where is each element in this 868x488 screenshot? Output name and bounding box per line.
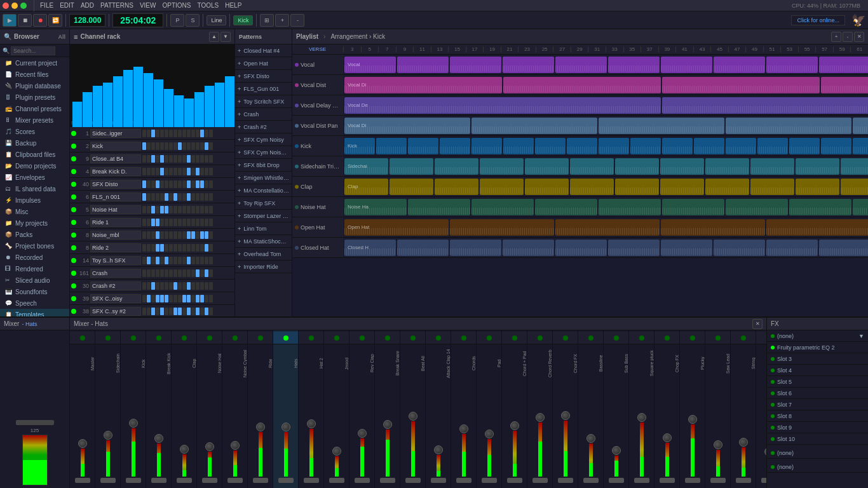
track-block[interactable]	[766, 57, 818, 73]
ch-pad[interactable]	[156, 231, 159, 239]
mixer-channel[interactable]: Chord + Pad	[502, 330, 527, 488]
mixer-ch-led[interactable]	[360, 336, 365, 341]
track-block[interactable]	[471, 118, 597, 134]
track-block[interactable]	[661, 57, 712, 73]
ch-pad[interactable]	[191, 142, 195, 150]
sidebar-item-clipboard-files[interactable]: 📋Clipboard files	[0, 149, 69, 160]
pattern-list-item[interactable]: + Linn Tom	[235, 222, 292, 235]
ch-pad[interactable]	[205, 219, 208, 226]
channel-row[interactable]: 8 Ride 2	[70, 241, 234, 254]
mixer-channel[interactable]: Break Snare	[375, 330, 400, 488]
sidebar-item-scores[interactable]: 🎵Scores	[0, 126, 69, 137]
ch-pad[interactable]	[187, 206, 191, 214]
mixer-ch-led[interactable]	[614, 336, 619, 341]
ch-pad[interactable]	[165, 257, 168, 264]
ch-pad[interactable]	[191, 193, 195, 201]
ch-pad[interactable]	[178, 142, 182, 150]
ch-pad[interactable]	[178, 180, 182, 188]
channel-row[interactable]: 30 Crash #2	[70, 280, 234, 292]
channel-row[interactable]: 1 Sidec..igger	[70, 127, 234, 140]
ch-pad[interactable]	[151, 206, 155, 214]
ch-pad[interactable]	[191, 257, 195, 264]
ch-pad[interactable]	[209, 180, 213, 188]
ch-pad[interactable]	[187, 219, 191, 226]
ch-pad[interactable]	[151, 257, 155, 264]
mixer-ch-led[interactable]	[665, 336, 670, 341]
ch-pad[interactable]	[196, 295, 200, 302]
ch-pad[interactable]	[209, 244, 213, 252]
mixer-ch-led[interactable]	[182, 336, 187, 341]
channel-row[interactable]: 4 Break Kick D.	[70, 165, 234, 178]
ch-pad[interactable]	[209, 155, 213, 163]
track-block[interactable]	[480, 179, 524, 195]
ch-pad[interactable]	[173, 168, 177, 175]
menu-add[interactable]: ADD	[78, 2, 97, 9]
track-block[interactable]	[503, 57, 554, 73]
track-block[interactable]	[535, 199, 597, 215]
ch-pad[interactable]	[169, 193, 173, 201]
ch-pad[interactable]	[147, 269, 151, 277]
ch-pad[interactable]	[147, 142, 151, 150]
ch-pad[interactable]	[165, 219, 168, 226]
track-block[interactable]	[450, 219, 554, 236]
ch-pad[interactable]	[156, 193, 159, 201]
mixer-ch-knob[interactable]	[459, 424, 468, 433]
track-block[interactable]	[555, 240, 607, 256]
ch-pad[interactable]	[173, 142, 177, 150]
ch-pad[interactable]	[151, 308, 155, 315]
ch-pad[interactable]	[200, 168, 204, 175]
track-block[interactable]: Noise Ha	[344, 199, 407, 215]
ch-pad[interactable]	[151, 269, 155, 277]
loop-button[interactable]: 🔁	[48, 14, 62, 27]
mixer-ch-fader[interactable]	[761, 478, 767, 483]
track-block[interactable]	[450, 240, 501, 256]
ch-pad[interactable]	[142, 308, 146, 315]
sidebar-item-my-projects[interactable]: 📁My projects	[0, 217, 69, 229]
ch-pad[interactable]	[156, 155, 159, 163]
ch-pad[interactable]	[182, 130, 186, 137]
track-block[interactable]	[435, 179, 478, 195]
ch-pad[interactable]	[182, 308, 186, 315]
track-block[interactable]	[435, 158, 478, 175]
ch-pad[interactable]	[178, 269, 182, 277]
track-block[interactable]	[480, 158, 524, 175]
mixer-ch-fader[interactable]	[278, 478, 294, 483]
track-block[interactable]	[599, 118, 724, 134]
mixer-ch-led[interactable]	[538, 336, 543, 341]
mixer-ch-knob[interactable]	[358, 429, 367, 438]
mixer-ch-knob[interactable]	[256, 423, 265, 431]
pattern-list-item[interactable]: + Crash	[235, 108, 292, 121]
ch-pad[interactable]	[169, 308, 173, 315]
mixer-ch-fader[interactable]	[177, 478, 192, 483]
ch-pad[interactable]	[196, 168, 200, 175]
snap-btn[interactable]: ⊞	[260, 14, 274, 27]
ch-pad[interactable]	[200, 282, 204, 290]
maximize-button[interactable]	[20, 3, 27, 9]
ch-pad[interactable]	[147, 206, 151, 214]
track-block[interactable]	[796, 158, 839, 175]
ch-pad[interactable]	[169, 219, 173, 226]
track-block[interactable]	[662, 138, 693, 154]
mixer-ch-fader[interactable]	[685, 478, 700, 483]
ch-pad[interactable]	[191, 244, 195, 252]
track-block[interactable]	[525, 158, 569, 175]
pattern-list-item[interactable]: + Importer Ride	[235, 261, 292, 273]
ch-pad[interactable]	[205, 282, 208, 290]
mixer-ch-fader[interactable]	[634, 478, 649, 483]
track-block[interactable]	[661, 219, 765, 236]
track-block[interactable]	[535, 138, 566, 154]
track-block[interactable]: Vocal	[344, 57, 396, 73]
ch-pad[interactable]	[205, 155, 208, 163]
mixer-ch-led[interactable]	[258, 336, 263, 341]
ch-pad[interactable]	[142, 295, 146, 302]
mixer-ch-fader[interactable]	[304, 478, 319, 483]
mixer-ch-led[interactable]	[131, 336, 136, 341]
ch-pad[interactable]	[187, 282, 191, 290]
fx-slot-expand[interactable]: ▼	[858, 333, 864, 339]
ch-pad[interactable]	[191, 308, 195, 315]
ch-pad[interactable]	[165, 231, 168, 239]
mixer-ch-knob[interactable]	[587, 434, 595, 443]
track-block[interactable]	[608, 240, 660, 256]
mixer-ch-knob[interactable]	[180, 445, 189, 454]
mixer-ch-knob[interactable]	[485, 430, 494, 438]
